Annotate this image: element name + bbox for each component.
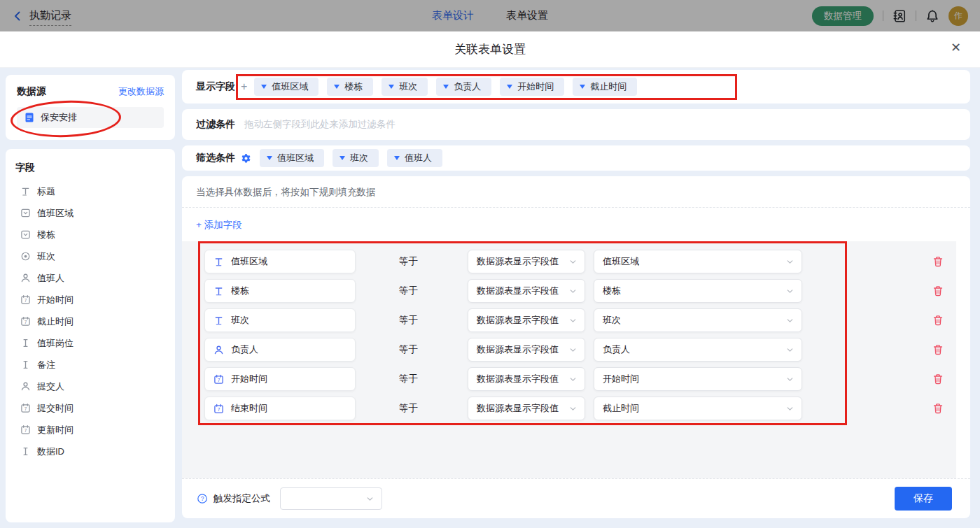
chevron-down-icon	[785, 345, 794, 355]
source-type-select[interactable]: 数据源表显示字段值	[468, 367, 585, 391]
fields-panel: 字段 标题 值班区域 楼栋 班次	[6, 149, 175, 522]
screening-conditions-bar: 筛选条件 值班区域 班次 值班人	[182, 145, 970, 171]
source-type-select[interactable]: 数据源表显示字段值	[468, 308, 585, 332]
chevron-down-icon	[785, 257, 794, 266]
target-field-input[interactable]: 7 结束时间	[204, 397, 356, 420]
close-icon[interactable]: ✕	[951, 41, 961, 54]
field-item-label: 标题	[37, 185, 55, 198]
target-field-input[interactable]: 负责人	[204, 338, 356, 362]
field-list-item[interactable]: 7 开始时间	[15, 289, 165, 311]
formula-select[interactable]	[280, 487, 382, 510]
user-avatar[interactable]: 作	[948, 6, 968, 26]
field-chip[interactable]: 值班区域	[254, 78, 318, 96]
field-chip[interactable]: 楼栋	[327, 78, 373, 96]
source-field-select[interactable]: 开始时间	[594, 367, 802, 391]
target-field-input[interactable]: 楼栋	[204, 279, 356, 303]
field-list-item[interactable]: 提交人	[15, 376, 165, 397]
field-chip[interactable]: 截止时间	[573, 78, 637, 96]
tab-form-settings[interactable]: 表单设置	[506, 9, 548, 22]
back-button[interactable]: 执勤记录	[12, 6, 71, 26]
source-type-select[interactable]: 数据源表显示字段值	[468, 250, 585, 273]
gear-icon[interactable]	[241, 153, 251, 164]
fill-rules-hint: 当选择具体数据后，将按如下规则填充数据	[182, 176, 970, 208]
delete-row-icon[interactable]	[932, 285, 944, 297]
source-field-select[interactable]: 负责人	[594, 338, 802, 362]
date-field-icon: 7	[20, 294, 31, 305]
chip-dropdown-triangle	[340, 156, 345, 160]
source-type-select[interactable]: 数据源表显示字段值	[468, 338, 585, 362]
source-field-select[interactable]: 楼栋	[594, 279, 802, 303]
chevron-down-icon	[568, 287, 578, 296]
delete-row-icon[interactable]	[932, 373, 944, 385]
screening-conditions-label: 筛选条件	[196, 152, 235, 164]
field-list-item[interactable]: 楼栋	[15, 224, 165, 245]
delete-row-icon[interactable]	[932, 315, 944, 326]
field-list-item[interactable]: 值班区域	[15, 202, 165, 224]
select-field-icon	[20, 208, 31, 218]
source-field-select[interactable]: 班次	[594, 308, 802, 332]
delete-row-icon[interactable]	[932, 256, 944, 267]
delete-row-icon[interactable]	[932, 344, 944, 355]
field-chip[interactable]: 开始时间	[500, 78, 564, 96]
chip-label: 值班区域	[272, 80, 308, 93]
data-manage-button[interactable]: 数据管理	[812, 6, 874, 26]
target-field-label: 结束时间	[231, 402, 267, 415]
delete-row-icon[interactable]	[932, 403, 944, 414]
svg-text:7: 7	[24, 298, 27, 303]
chip-dropdown-triangle	[507, 85, 512, 89]
field-list-item[interactable]: 7 提交时间	[15, 397, 165, 419]
add-display-field-button[interactable]: +	[241, 80, 247, 93]
change-datasource-link[interactable]: 更改数据源	[118, 85, 164, 98]
tab-form-design[interactable]: 表单设计	[432, 9, 474, 22]
field-chip[interactable]: 值班区域	[260, 149, 324, 167]
operator-label: 等于	[399, 402, 419, 415]
contacts-book-icon[interactable]	[892, 9, 906, 23]
member-field-icon	[20, 381, 31, 392]
field-list-item[interactable]: 班次	[15, 245, 165, 267]
field-item-label: 值班人	[37, 272, 64, 285]
field-item-label: 楼栋	[37, 229, 55, 241]
chip-dropdown-triangle	[334, 85, 340, 89]
topbar-tabs: 表单设计 表单设置	[432, 9, 548, 22]
source-type-select[interactable]: 数据源表显示字段值	[468, 279, 585, 303]
screening-field-chips: 值班区域 班次 值班人	[260, 149, 442, 167]
field-list-item[interactable]: 标题	[15, 180, 165, 202]
target-field-input[interactable]: 7 开始时间	[204, 367, 356, 391]
field-chip[interactable]: 负责人	[436, 78, 491, 96]
datasource-panel: 数据源 更改数据源 保安安排	[6, 75, 175, 140]
text-field-icon	[20, 359, 31, 370]
field-item-label: 值班区域	[37, 207, 74, 220]
field-item-label: 更新时间	[37, 424, 74, 436]
filter-drop-zone[interactable]: 拖动左侧字段到此处来添加过滤条件	[244, 118, 956, 131]
field-chip[interactable]: 值班人	[387, 149, 442, 167]
target-field-label: 楼栋	[231, 285, 249, 297]
mapping-row: 班次 等于 数据源表显示字段值 班次	[204, 308, 944, 332]
field-list-item[interactable]: 7 更新时间	[15, 419, 165, 441]
source-type-value: 数据源表显示字段值	[477, 314, 559, 327]
divider	[916, 10, 916, 21]
target-field-input[interactable]: 值班区域	[204, 250, 356, 273]
notification-bell-icon[interactable]	[925, 9, 939, 23]
mapping-row: 7 结束时间 等于 数据源表显示字段值 截止时间	[204, 397, 944, 420]
field-list-item[interactable]: 值班岗位	[15, 332, 165, 354]
datasource-item[interactable]: 保安安排	[17, 107, 164, 128]
text-field-icon	[214, 286, 224, 297]
mapping-row: 7 开始时间 等于 数据源表显示字段值 开始时间	[204, 367, 944, 391]
display-field-chips: 值班区域 楼栋 班次 负责人 开始时间 截止时间	[254, 78, 637, 96]
field-chip[interactable]: 班次	[332, 149, 379, 167]
field-list-item[interactable]: 数据ID	[15, 441, 165, 462]
field-chip[interactable]: 班次	[382, 78, 428, 96]
source-type-select[interactable]: 数据源表显示字段值	[468, 397, 585, 420]
add-field-link[interactable]: + 添加字段	[196, 220, 242, 230]
modal-body: 数据源 更改数据源 保安安排 字段 标题 值班区域	[0, 68, 980, 528]
source-field-select[interactable]: 值班区域	[594, 250, 802, 273]
source-field-select[interactable]: 截止时间	[594, 397, 802, 420]
target-field-input[interactable]: 班次	[204, 308, 356, 332]
help-icon[interactable]: ?	[197, 493, 208, 504]
field-list-item[interactable]: 7 截止时间	[15, 311, 165, 332]
field-list-item[interactable]: 备注	[15, 354, 165, 376]
save-button[interactable]: 保存	[895, 487, 952, 511]
field-list-item[interactable]: 值班人	[15, 267, 165, 289]
text-field-icon	[20, 446, 31, 457]
source-type-value: 数据源表显示字段值	[477, 402, 559, 415]
